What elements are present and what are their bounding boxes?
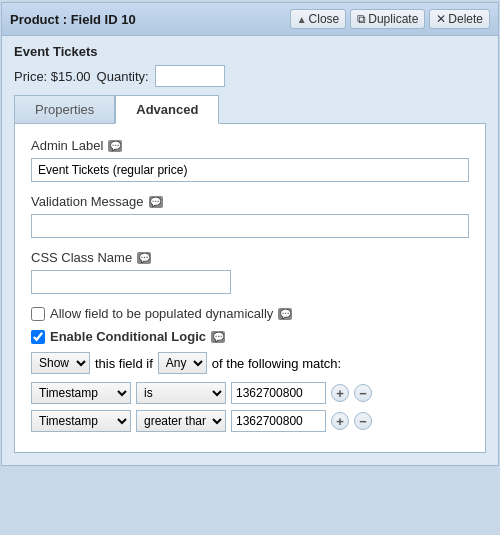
delete-icon: ✕ (436, 12, 446, 26)
condition-1-add-button[interactable]: + (331, 384, 349, 402)
conditional-logic-checkbox[interactable] (31, 330, 45, 344)
conditional-logic-help-icon: 💬 (211, 331, 225, 343)
quantity-input[interactable] (155, 65, 225, 87)
this-field-label: this field if (95, 356, 153, 371)
css-class-input[interactable] (31, 270, 231, 294)
condition-1-remove-button[interactable]: − (354, 384, 372, 402)
allow-dynamic-row: Allow field to be populated dynamically … (31, 306, 469, 321)
conditional-logic-settings: Show Hide this field if Any All of the f… (31, 352, 469, 432)
close-button[interactable]: ▲ Close (290, 9, 347, 29)
admin-label-text: Admin Label (31, 138, 103, 153)
show-select[interactable]: Show Hide (31, 352, 90, 374)
css-class-help-icon: 💬 (137, 252, 151, 264)
price-label: Price: $15.00 (14, 69, 91, 84)
duplicate-button[interactable]: ⧉ Duplicate (350, 9, 425, 29)
tabs-row: Properties Advanced (14, 95, 486, 124)
condition-2-operator-select[interactable]: is is not greater than less than (136, 410, 226, 432)
validation-message-heading: Validation Message 💬 (31, 194, 469, 209)
allow-dynamic-checkbox[interactable] (31, 307, 45, 321)
admin-label-help-icon: 💬 (108, 140, 122, 152)
css-class-text: CSS Class Name (31, 250, 132, 265)
condition-2-value-input[interactable] (231, 410, 326, 432)
advanced-tab-content: Admin Label 💬 Validation Message 💬 CSS C… (14, 123, 486, 453)
field-editor-window: Product : Field ID 10 ▲ Close ⧉ Duplicat… (1, 2, 499, 466)
condition-2-remove-button[interactable]: − (354, 412, 372, 430)
tab-properties-label: Properties (35, 102, 94, 117)
condition-1-value-input[interactable] (231, 382, 326, 404)
close-label: Close (309, 12, 340, 26)
css-class-heading: CSS Class Name 💬 (31, 250, 469, 265)
any-select[interactable]: Any All (158, 352, 207, 374)
tab-advanced[interactable]: Advanced (115, 95, 219, 124)
condition-row-2: Timestamp is is not greater than less th… (31, 410, 469, 432)
css-class-group: CSS Class Name 💬 (31, 250, 469, 294)
validation-message-group: Validation Message 💬 (31, 194, 469, 238)
validation-message-help-icon: 💬 (149, 196, 163, 208)
duplicate-icon: ⧉ (357, 12, 366, 26)
window-title: Product : Field ID 10 (10, 12, 136, 27)
conditional-logic-row: Enable Conditional Logic 💬 (31, 329, 469, 344)
tab-properties[interactable]: Properties (14, 95, 115, 124)
field-name: Event Tickets (2, 36, 498, 65)
admin-label-group: Admin Label 💬 (31, 138, 469, 182)
allow-dynamic-help-icon: 💬 (278, 308, 292, 320)
tab-advanced-label: Advanced (136, 102, 198, 117)
delete-button[interactable]: ✕ Delete (429, 9, 490, 29)
title-bar-actions: ▲ Close ⧉ Duplicate ✕ Delete (290, 9, 490, 29)
allow-dynamic-label: Allow field to be populated dynamically (50, 306, 273, 321)
admin-label-input[interactable] (31, 158, 469, 182)
condition-1-operator-select[interactable]: is is not greater than less than (136, 382, 226, 404)
condition-row-1: Timestamp is is not greater than less th… (31, 382, 469, 404)
show-row: Show Hide this field if Any All of the f… (31, 352, 469, 374)
close-arrow-icon: ▲ (297, 14, 307, 25)
validation-message-input[interactable] (31, 214, 469, 238)
condition-1-field-select[interactable]: Timestamp (31, 382, 131, 404)
validation-message-text: Validation Message (31, 194, 144, 209)
admin-label-heading: Admin Label 💬 (31, 138, 469, 153)
field-price-row: Price: $15.00 Quantity: (2, 65, 498, 95)
delete-label: Delete (448, 12, 483, 26)
duplicate-label: Duplicate (368, 12, 418, 26)
condition-2-field-select[interactable]: Timestamp (31, 410, 131, 432)
condition-2-add-button[interactable]: + (331, 412, 349, 430)
title-bar: Product : Field ID 10 ▲ Close ⧉ Duplicat… (2, 3, 498, 36)
of-following-label: of the following match: (212, 356, 341, 371)
conditional-logic-label: Enable Conditional Logic (50, 329, 206, 344)
quantity-label: Quantity: (97, 69, 149, 84)
